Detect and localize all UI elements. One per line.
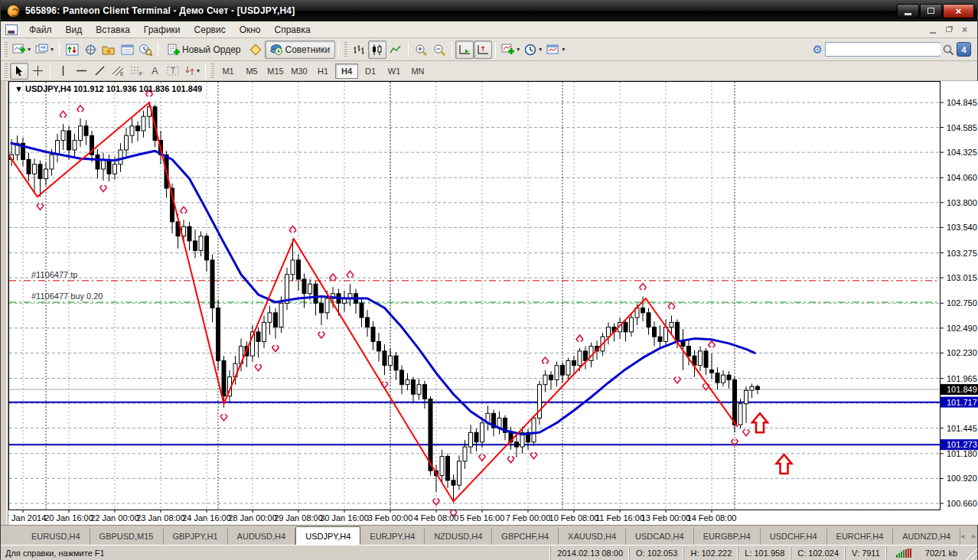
toolbar-grip[interactable] (344, 42, 347, 57)
vertical-line-icon (58, 65, 68, 77)
price-chart-svg[interactable]: #1106477 tp#1106477 buy 0.20▼ USDJPY,H4 … (8, 81, 978, 525)
svg-text:30 Jan 16:00: 30 Jan 16:00 (320, 513, 369, 523)
menu-item-Вид[interactable]: Вид (59, 22, 90, 37)
periods-button[interactable]: ▾ (522, 41, 544, 59)
channel-tool-button[interactable]: E (109, 63, 127, 80)
terminal-button[interactable] (118, 41, 136, 59)
menu-item-Окно[interactable]: Окно (233, 22, 268, 37)
menu-item-Файл[interactable]: Файл (22, 22, 59, 37)
timeframe-buttons: M1M5M15M30H1H4D1W1MN (217, 63, 429, 79)
notifications-button[interactable]: 4 (957, 42, 971, 57)
dropdown-caret-icon: ▾ (197, 67, 200, 74)
close-button[interactable]: × (943, 4, 974, 18)
chart-tab-AUDUSD-H4[interactable]: AUDUSD,H4 (228, 529, 296, 545)
new-order-label: Новый Ордер (182, 44, 240, 55)
trendline-tool-button[interactable] (90, 63, 109, 80)
arrows-tool-button[interactable]: ▾ (182, 63, 202, 80)
hline-tool-button[interactable] (72, 63, 90, 80)
zoom-out-button[interactable] (430, 41, 448, 59)
chart-tab-XAUUSD-H4[interactable]: XAUUSD,H4 (559, 529, 626, 545)
menu-item-Вставка[interactable]: Вставка (89, 22, 137, 37)
search-input[interactable] (826, 44, 941, 55)
label-tool-button[interactable]: T (164, 63, 182, 80)
timeframe-button-M1[interactable]: M1 (217, 63, 240, 79)
notification-count: 4 (961, 45, 966, 54)
chart-header[interactable]: ▼ USDJPY,H4 101.912 101.936 101.836 101.… (15, 84, 202, 93)
svg-text:23 Jan 08:00: 23 Jan 08:00 (136, 513, 185, 523)
market-watch-button[interactable] (63, 41, 81, 59)
data-window-button[interactable] (81, 41, 99, 59)
timeframe-button-H4[interactable]: H4 (335, 63, 358, 79)
timeframe-button-D1[interactable]: D1 (359, 63, 382, 79)
chart-tab-NZDUSD-H4[interactable]: NZDUSD,H4 (425, 529, 492, 545)
line-chart-button[interactable] (386, 41, 405, 59)
chart-tab-GBPUSD-M15[interactable]: GBPUSD,M15 (90, 529, 164, 545)
chart-tab-EURUSD-H4[interactable]: EURUSD,H4 (22, 529, 90, 545)
templates-icon (546, 44, 560, 56)
chart-tab-AUDNZD-H4[interactable]: AUDNZD,H4 (893, 529, 960, 545)
menu-item-Сервис[interactable]: Сервис (187, 22, 233, 37)
equidistant-channel-icon: E (112, 65, 125, 77)
toolbar-grip[interactable] (5, 42, 8, 57)
cursor-tool-button[interactable] (10, 63, 28, 80)
tab-scroll-left-icon[interactable]: ◂ (960, 532, 964, 540)
expert-advisors-button[interactable]: Советники (265, 41, 336, 59)
minimize-button[interactable] (897, 4, 919, 18)
line-chart-icon (390, 44, 402, 56)
strategy-tester-button[interactable] (136, 41, 155, 59)
toolbar-grip[interactable] (5, 63, 8, 79)
profiles-button[interactable]: ▾ (33, 41, 56, 59)
timeframe-button-H1[interactable]: H1 (311, 63, 334, 79)
title-bar[interactable]: 565896: Panteon Client Terminal - Демо С… (1, 0, 977, 21)
chart-tab-USDCAD-H4[interactable]: USDCAD,H4 (626, 529, 694, 545)
menu-item-Графики[interactable]: Графики (137, 22, 187, 37)
vline-tool-button[interactable] (54, 63, 72, 80)
timeframe-button-M15[interactable]: M15 (264, 63, 287, 79)
text-tool-button[interactable]: A (145, 63, 164, 80)
search-icon[interactable] (942, 44, 954, 56)
chart-tab-EURGBP-H4[interactable]: EURGBP,H4 (694, 529, 761, 545)
chart-tab-GBPJPY-H1[interactable]: GBPJPY,H1 (164, 529, 228, 545)
mdi-close-button[interactable]: × (958, 24, 971, 35)
zoom-in-button[interactable] (412, 41, 430, 59)
new-chart-button[interactable]: ▾ (10, 41, 33, 59)
mdi-minimize-button[interactable] (926, 24, 939, 35)
restore-button[interactable] (920, 4, 942, 18)
dropdown-caret-icon: ▾ (51, 46, 54, 53)
tab-scroll-right-icon[interactable]: ▸ (972, 532, 976, 540)
horizontal-line-icon (76, 66, 87, 76)
navigator-button[interactable]: ★ (99, 41, 118, 59)
chart-tab-GBPCHF-H4[interactable]: GBPCHF,H4 (492, 529, 559, 545)
timeframe-button-M30[interactable]: M30 (288, 63, 311, 79)
mdi-restore-button[interactable] (942, 24, 955, 35)
timeframe-button-M5[interactable]: M5 (240, 63, 263, 79)
new-order-icon (167, 44, 181, 56)
terminal-window: 565896: Panteon Client Terminal - Демо С… (0, 0, 978, 560)
status-open: O: 102.053 (629, 547, 683, 559)
toolbar-grip[interactable] (211, 63, 214, 79)
timeframe-button-W1[interactable]: W1 (383, 63, 406, 79)
fibonacci-tool-button[interactable]: F (127, 63, 145, 80)
chart-window-icon[interactable] (5, 24, 18, 35)
svg-text:104.845: 104.845 (947, 98, 977, 107)
indicators-button[interactable]: ▾ (499, 41, 522, 59)
candle-chart-button[interactable] (368, 41, 386, 59)
chart-shift-button[interactable] (474, 41, 492, 59)
chart-tab-USDCHF-H4[interactable]: USDCHF,H4 (761, 529, 827, 545)
bar-chart-button[interactable] (350, 41, 368, 59)
templates-button[interactable]: ▾ (544, 41, 567, 59)
auto-scroll-button[interactable] (455, 41, 474, 59)
chart-tab-EURCHF-H4[interactable]: EURCHF,H4 (827, 529, 894, 545)
menu-item-Справка[interactable]: Справка (268, 22, 318, 37)
chart-tab-USDJPY-H4[interactable]: USDJPY,H4 (295, 526, 360, 545)
timeframe-button-MN[interactable]: MN (406, 63, 429, 79)
chart-tab-EURJPY-H4[interactable]: EURJPY,H4 (360, 529, 425, 545)
metaeditor-button[interactable] (246, 41, 265, 59)
toolbar-separator (59, 42, 60, 57)
resize-grip[interactable] (963, 546, 977, 560)
metaeditor-diamond-icon (249, 44, 262, 56)
settings-gear-icon[interactable]: ⚙ (813, 43, 823, 57)
new-order-button[interactable]: Новый Ордер (161, 41, 246, 59)
crosshair-tool-button[interactable] (28, 63, 47, 80)
mdi-close-icon: × (962, 24, 967, 35)
